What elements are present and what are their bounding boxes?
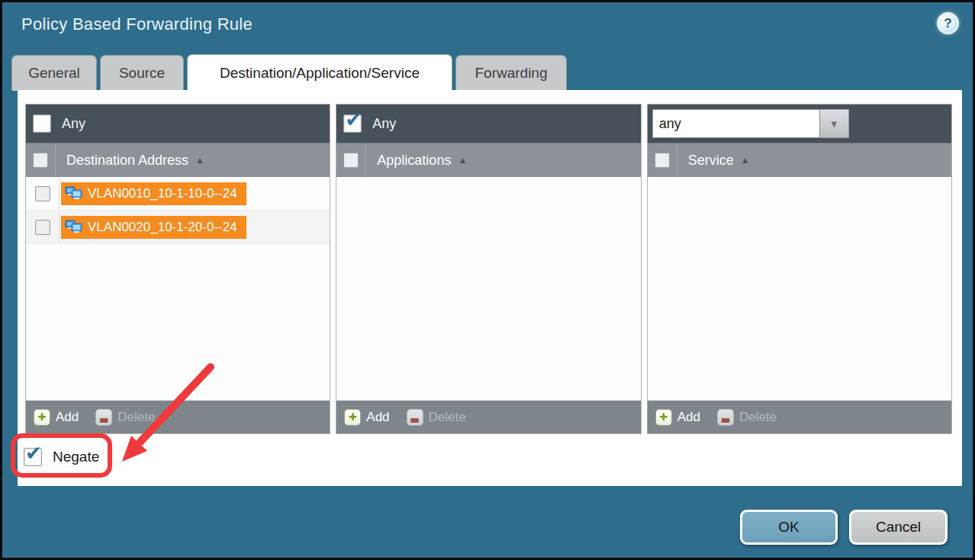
destination-address-panel: Any Destination Address ▲ bbox=[25, 104, 330, 434]
negate-label: Negate bbox=[53, 449, 99, 465]
negate-checkbox[interactable]: ✔ bbox=[24, 448, 42, 466]
address-object-label: VLAN0020_10-1-20-0--24 bbox=[88, 220, 237, 235]
applications-column-label: Applications bbox=[377, 153, 451, 169]
tab-label: Destination/Application/Service bbox=[220, 65, 420, 82]
cancel-button[interactable]: Cancel bbox=[849, 510, 948, 545]
column-divider bbox=[677, 143, 677, 177]
service-dropdown-row: ▼ bbox=[648, 105, 951, 143]
plus-icon: ✚ bbox=[34, 409, 50, 426]
sort-asc-icon: ▲ bbox=[458, 155, 467, 166]
destination-footer: ✚ Add ▃ Delete bbox=[26, 401, 330, 433]
row-checkbox[interactable] bbox=[35, 220, 50, 235]
destination-any-label: Any bbox=[62, 116, 85, 132]
destination-any-checkbox[interactable] bbox=[33, 114, 51, 133]
applications-list bbox=[336, 177, 640, 401]
delete-label: Delete bbox=[429, 410, 466, 425]
row-checkbox-cell bbox=[26, 211, 60, 243]
service-column-header[interactable]: Service ▲ bbox=[648, 143, 951, 177]
service-column-label: Service bbox=[688, 153, 734, 169]
destination-select-all-checkbox[interactable] bbox=[33, 153, 48, 168]
cancel-button-label: Cancel bbox=[876, 519, 921, 536]
tab-destination-application-service[interactable]: Destination/Application/Service bbox=[187, 54, 452, 91]
plus-icon: ✚ bbox=[655, 409, 672, 426]
row-checkbox-cell bbox=[26, 177, 60, 210]
applications-footer: ✚ Add ▃ Delete bbox=[336, 401, 640, 433]
destination-column-header[interactable]: Destination Address ▲ bbox=[26, 143, 330, 177]
chevron-down-icon[interactable]: ▼ bbox=[820, 109, 849, 138]
tab-general[interactable]: General bbox=[11, 55, 97, 91]
minus-icon: ▃ bbox=[717, 409, 734, 426]
pbf-rule-dialog: Policy Based Forwarding Rule ? General S… bbox=[0, 0, 975, 560]
tab-label: General bbox=[28, 65, 80, 82]
tab-source[interactable]: Source bbox=[100, 55, 184, 91]
service-add-button[interactable]: ✚ Add bbox=[655, 409, 700, 426]
check-icon: ✔ bbox=[345, 110, 362, 130]
column-divider bbox=[55, 143, 56, 177]
destination-column-label: Destination Address bbox=[66, 153, 188, 169]
table-row: VLAN0010_10-1-10-0--24 bbox=[26, 177, 330, 211]
tab-label: Source bbox=[119, 65, 165, 82]
question-mark-glyph: ? bbox=[944, 16, 951, 31]
dialog-title: Policy Based Forwarding Rule bbox=[21, 14, 253, 34]
add-label: Add bbox=[366, 410, 389, 425]
applications-any-row: ✔ Any bbox=[336, 105, 640, 143]
minus-icon: ▃ bbox=[95, 409, 112, 426]
destination-any-row: Any bbox=[26, 105, 330, 143]
minus-icon: ▃ bbox=[407, 409, 423, 426]
destination-delete-button[interactable]: ▃ Delete bbox=[95, 409, 155, 426]
address-object-label: VLAN0010_10-1-10-0--24 bbox=[88, 186, 237, 201]
sort-asc-icon: ▲ bbox=[195, 155, 204, 166]
add-label: Add bbox=[56, 410, 79, 425]
destination-list: VLAN0010_10-1-10-0--24 bbox=[26, 177, 330, 401]
ok-button-label: OK bbox=[778, 519, 799, 536]
applications-add-button[interactable]: ✚ Add bbox=[344, 409, 389, 426]
service-select-all-checkbox[interactable] bbox=[655, 153, 670, 168]
tab-forwarding[interactable]: Forwarding bbox=[455, 55, 567, 91]
network-address-icon bbox=[65, 186, 82, 201]
tab-bar: General Source Destination/Application/S… bbox=[11, 54, 567, 91]
service-list bbox=[648, 177, 951, 401]
delete-label: Delete bbox=[739, 410, 777, 425]
applications-select-all-checkbox[interactable] bbox=[343, 153, 359, 168]
help-icon[interactable]: ? bbox=[937, 12, 959, 34]
service-delete-button[interactable]: ▃ Delete bbox=[717, 409, 777, 426]
applications-any-label: Any bbox=[372, 116, 396, 132]
address-object-vlan0010[interactable]: VLAN0010_10-1-10-0--24 bbox=[61, 182, 246, 205]
row-checkbox[interactable] bbox=[35, 186, 50, 201]
sort-asc-icon: ▲ bbox=[741, 155, 750, 166]
applications-delete-button[interactable]: ▃ Delete bbox=[407, 409, 466, 426]
service-dropdown[interactable]: ▼ bbox=[652, 109, 849, 138]
ok-button[interactable]: OK bbox=[740, 510, 838, 545]
applications-column-header[interactable]: Applications ▲ bbox=[336, 143, 640, 177]
service-dropdown-input[interactable] bbox=[652, 109, 820, 138]
panel-container: Any Destination Address ▲ bbox=[25, 104, 952, 434]
address-object-vlan0020[interactable]: VLAN0020_10-1-20-0--24 bbox=[61, 216, 246, 239]
applications-any-checkbox[interactable]: ✔ bbox=[343, 114, 362, 133]
destination-add-button[interactable]: ✚ Add bbox=[34, 409, 79, 426]
tab-label: Forwarding bbox=[475, 65, 547, 82]
table-row: VLAN0020_10-1-20-0--24 bbox=[26, 211, 330, 244]
service-footer: ✚ Add ▃ Delete bbox=[648, 401, 951, 433]
plus-icon: ✚ bbox=[344, 409, 361, 426]
applications-panel: ✔ Any Applications ▲ ✚ Add bbox=[336, 104, 641, 434]
delete-label: Delete bbox=[117, 410, 155, 425]
add-label: Add bbox=[677, 410, 700, 425]
network-address-icon bbox=[65, 220, 82, 235]
tab-content-surface: Any Destination Address ▲ bbox=[18, 90, 962, 486]
column-divider bbox=[365, 143, 366, 177]
service-panel: ▼ Service ▲ ✚ Add ▃ D bbox=[647, 104, 952, 434]
